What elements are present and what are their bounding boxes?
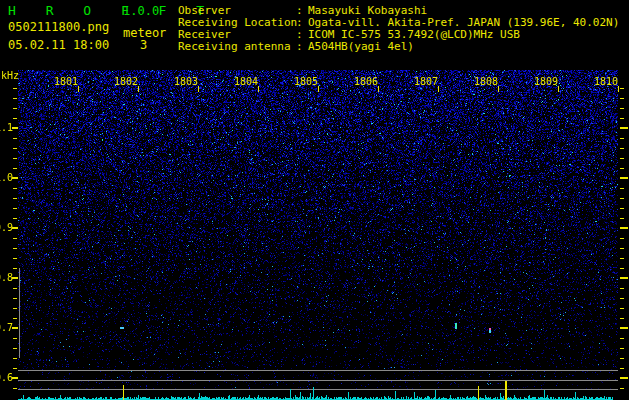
y-minor-tick-left — [13, 88, 17, 89]
y-minor-tick-left — [13, 188, 17, 189]
y-minor-tick-left — [13, 338, 17, 339]
y-minor-tick-left — [13, 288, 17, 289]
y-minor-tick-left — [13, 248, 17, 249]
y-major-tick-left — [12, 327, 18, 329]
y-major-tick-right — [620, 327, 628, 329]
output-filename: 0502111800.png — [8, 20, 109, 34]
y-minor-tick-left — [13, 298, 17, 299]
x-tick-mark — [78, 86, 79, 92]
x-tick-mark — [138, 86, 139, 92]
y-major-tick-right — [620, 377, 628, 379]
y-major-tick-right — [620, 127, 628, 129]
y-minor-tick-left — [13, 358, 17, 359]
app-version: 1.0.0 — [123, 4, 159, 18]
y-minor-tick-left — [13, 108, 17, 109]
y-minor-tick-right — [620, 348, 624, 349]
y-minor-tick-left — [13, 388, 17, 389]
y-minor-tick-right — [620, 248, 624, 249]
y-minor-tick-left — [13, 268, 17, 269]
y-minor-tick-right — [620, 88, 624, 89]
hrofft-screen: H R O F F T 1.0.0 0502111800.png meteor … — [0, 0, 629, 400]
y-minor-tick-right — [620, 138, 624, 139]
station-info: Observer:Masayuki Kobayashi Receiving Lo… — [178, 5, 619, 53]
y-minor-tick-right — [620, 308, 624, 309]
y-major-tick-left — [12, 227, 18, 229]
x-tick-label: 1806 — [354, 76, 378, 87]
y-minor-tick-right — [620, 318, 624, 319]
timestamp: 05.02.11 18:00 — [8, 38, 109, 52]
y-major-tick-left — [12, 277, 18, 279]
y-minor-tick-right — [620, 218, 624, 219]
y-minor-tick-left — [13, 258, 17, 259]
y-minor-tick-left — [13, 368, 17, 369]
y-minor-tick-right — [620, 268, 624, 269]
y-minor-tick-left — [13, 118, 17, 119]
y-minor-tick-right — [620, 298, 624, 299]
y-minor-tick-right — [620, 158, 624, 159]
info-value: A504HB(yagi 4el) — [308, 40, 414, 53]
y-minor-tick-right — [620, 108, 624, 109]
y-minor-tick-right — [620, 168, 624, 169]
x-tick-mark — [378, 86, 379, 92]
y-minor-tick-left — [13, 308, 17, 309]
y-minor-tick-left — [13, 158, 17, 159]
x-tick-label: 1809 — [534, 76, 558, 87]
y-minor-tick-left — [13, 208, 17, 209]
y-minor-tick-left — [13, 198, 17, 199]
x-tick-label: 1808 — [474, 76, 498, 87]
y-minor-tick-right — [620, 288, 624, 289]
info-row-antenna: Receiving antenna:A504HB(yagi 4el) — [178, 41, 619, 53]
y-major-tick-right — [620, 227, 628, 229]
y-minor-tick-right — [620, 358, 624, 359]
y-minor-tick-right — [620, 208, 624, 209]
y-minor-tick-left — [13, 98, 17, 99]
x-tick-mark — [318, 86, 319, 92]
info-label: Receiving antenna — [178, 41, 296, 53]
y-minor-tick-right — [620, 338, 624, 339]
x-tick-label: 1807 — [414, 76, 438, 87]
y-major-tick-left — [12, 177, 18, 179]
x-tick-mark — [198, 86, 199, 92]
y-major-tick-right — [620, 277, 628, 279]
x-tick-label: 1802 — [114, 76, 138, 87]
y-minor-tick-right — [620, 118, 624, 119]
x-tick-mark — [498, 86, 499, 92]
x-tick-label: 1804 — [234, 76, 258, 87]
x-tick-mark — [258, 86, 259, 92]
info-colon: : — [296, 41, 308, 53]
x-tick-mark — [558, 86, 559, 92]
y-minor-tick-left — [13, 138, 17, 139]
y-minor-tick-left — [13, 168, 17, 169]
y-minor-tick-left — [13, 318, 17, 319]
x-tick-mark — [618, 86, 619, 92]
y-minor-tick-right — [620, 188, 624, 189]
y-major-tick-left — [12, 127, 18, 129]
y-minor-tick-right — [620, 238, 624, 239]
y-minor-tick-left — [13, 238, 17, 239]
x-tick-label: 1805 — [294, 76, 318, 87]
x-tick-label: 1801 — [54, 76, 78, 87]
y-minor-tick-right — [620, 258, 624, 259]
y-minor-tick-right — [620, 198, 624, 199]
y-axis-unit: kHz — [1, 70, 19, 81]
y-minor-tick-right — [620, 148, 624, 149]
meteor-count: 3 — [140, 38, 147, 52]
y-minor-tick-right — [620, 98, 624, 99]
y-minor-tick-right — [620, 388, 624, 389]
y-major-tick-left — [12, 377, 18, 379]
x-tick-label: 1810 — [594, 76, 618, 87]
y-minor-tick-left — [13, 148, 17, 149]
x-tick-mark — [438, 86, 439, 92]
y-minor-tick-left — [13, 218, 17, 219]
y-major-tick-right — [620, 177, 628, 179]
spectrogram-canvas — [18, 70, 618, 400]
y-minor-tick-left — [13, 348, 17, 349]
x-tick-label: 1803 — [174, 76, 198, 87]
y-minor-tick-right — [620, 368, 624, 369]
